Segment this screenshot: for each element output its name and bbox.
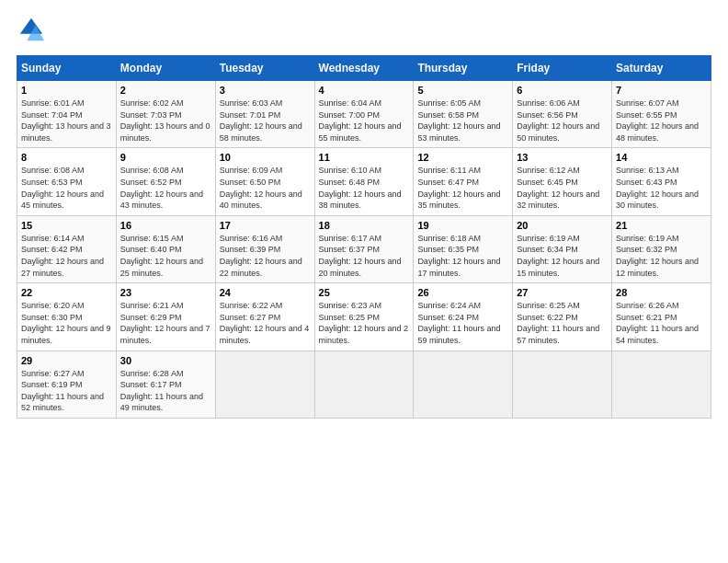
day-number: 18 [319, 220, 410, 231]
calendar-cell: 22 Sunrise: 6:20 AMSunset: 6:30 PMDaylig… [17, 283, 117, 350]
day-number: 9 [120, 152, 211, 163]
day-number: 16 [120, 220, 211, 231]
day-info: Sunrise: 6:17 AMSunset: 6:37 PMDaylight:… [319, 233, 410, 279]
calendar-cell: 24 Sunrise: 6:22 AMSunset: 6:27 PMDaylig… [215, 283, 314, 350]
day-info: Sunrise: 6:05 AMSunset: 6:58 PMDaylight:… [417, 98, 508, 144]
calendar-cell [612, 350, 711, 418]
calendar: SundayMondayTuesdayWednesdayThursdayFrid… [17, 55, 711, 419]
calendar-cell: 28 Sunrise: 6:26 AMSunset: 6:21 PMDaylig… [612, 283, 711, 350]
day-number: 6 [517, 85, 608, 96]
day-info: Sunrise: 6:11 AMSunset: 6:47 PMDaylight:… [417, 165, 508, 211]
day-info: Sunrise: 6:09 AMSunset: 6:50 PMDaylight:… [220, 165, 311, 211]
week-row-5: 29 Sunrise: 6:27 AMSunset: 6:19 PMDaylig… [17, 350, 711, 418]
day-number: 30 [120, 355, 211, 366]
week-row-4: 22 Sunrise: 6:20 AMSunset: 6:30 PMDaylig… [17, 283, 711, 350]
day-info: Sunrise: 6:06 AMSunset: 6:56 PMDaylight:… [517, 98, 608, 144]
day-number: 1 [21, 85, 112, 96]
weekday-header-friday: Friday [513, 56, 612, 81]
day-number: 26 [417, 287, 508, 298]
calendar-cell: 15 Sunrise: 6:14 AMSunset: 6:42 PMDaylig… [17, 215, 117, 282]
day-number: 10 [220, 152, 311, 163]
calendar-cell: 9 Sunrise: 6:08 AMSunset: 6:52 PMDayligh… [116, 148, 215, 215]
day-info: Sunrise: 6:02 AMSunset: 7:03 PMDaylight:… [120, 98, 211, 144]
calendar-cell: 23 Sunrise: 6:21 AMSunset: 6:29 PMDaylig… [116, 283, 215, 350]
calendar-cell: 16 Sunrise: 6:15 AMSunset: 6:40 PMDaylig… [116, 215, 215, 282]
day-info: Sunrise: 6:08 AMSunset: 6:52 PMDaylight:… [120, 165, 211, 211]
calendar-cell: 3 Sunrise: 6:03 AMSunset: 7:01 PMDayligh… [215, 81, 314, 148]
day-info: Sunrise: 6:21 AMSunset: 6:29 PMDaylight:… [120, 300, 211, 346]
day-number: 4 [319, 85, 410, 96]
day-number: 27 [517, 287, 608, 298]
day-info: Sunrise: 6:10 AMSunset: 6:48 PMDaylight:… [319, 165, 410, 211]
day-info: Sunrise: 6:20 AMSunset: 6:30 PMDaylight:… [21, 300, 112, 346]
day-info: Sunrise: 6:19 AMSunset: 6:32 PMDaylight:… [616, 233, 707, 279]
calendar-cell: 11 Sunrise: 6:10 AMSunset: 6:48 PMDaylig… [314, 148, 414, 215]
day-info: Sunrise: 6:08 AMSunset: 6:53 PMDaylight:… [21, 165, 112, 211]
day-number: 21 [616, 220, 707, 231]
calendar-cell: 29 Sunrise: 6:27 AMSunset: 6:19 PMDaylig… [17, 350, 117, 418]
day-info: Sunrise: 6:27 AMSunset: 6:19 PMDaylight:… [21, 368, 112, 414]
weekday-header-saturday: Saturday [612, 56, 711, 81]
calendar-cell: 10 Sunrise: 6:09 AMSunset: 6:50 PMDaylig… [215, 148, 314, 215]
calendar-cell: 27 Sunrise: 6:25 AMSunset: 6:22 PMDaylig… [513, 283, 612, 350]
day-number: 13 [517, 152, 608, 163]
weekday-header-wednesday: Wednesday [314, 56, 414, 81]
day-info: Sunrise: 6:25 AMSunset: 6:22 PMDaylight:… [517, 300, 608, 346]
day-number: 28 [616, 287, 707, 298]
calendar-cell: 19 Sunrise: 6:18 AMSunset: 6:35 PMDaylig… [414, 215, 513, 282]
calendar-cell: 12 Sunrise: 6:11 AMSunset: 6:47 PMDaylig… [414, 148, 513, 215]
calendar-cell: 5 Sunrise: 6:05 AMSunset: 6:58 PMDayligh… [414, 81, 513, 148]
day-info: Sunrise: 6:22 AMSunset: 6:27 PMDaylight:… [220, 300, 311, 346]
day-number: 8 [21, 152, 112, 163]
day-number: 22 [21, 287, 112, 298]
calendar-cell: 2 Sunrise: 6:02 AMSunset: 7:03 PMDayligh… [116, 81, 215, 148]
day-number: 17 [220, 220, 311, 231]
week-row-2: 8 Sunrise: 6:08 AMSunset: 6:53 PMDayligh… [17, 148, 711, 215]
calendar-cell: 7 Sunrise: 6:07 AMSunset: 6:55 PMDayligh… [612, 81, 711, 148]
day-number: 19 [417, 220, 508, 231]
day-number: 3 [220, 85, 311, 96]
calendar-cell: 18 Sunrise: 6:17 AMSunset: 6:37 PMDaylig… [314, 215, 414, 282]
week-row-3: 15 Sunrise: 6:14 AMSunset: 6:42 PMDaylig… [17, 215, 711, 282]
day-info: Sunrise: 6:28 AMSunset: 6:17 PMDaylight:… [120, 368, 211, 414]
calendar-cell: 20 Sunrise: 6:19 AMSunset: 6:34 PMDaylig… [513, 215, 612, 282]
day-number: 14 [616, 152, 707, 163]
calendar-cell: 30 Sunrise: 6:28 AMSunset: 6:17 PMDaylig… [116, 350, 215, 418]
day-number: 7 [616, 85, 707, 96]
day-number: 2 [120, 85, 211, 96]
svg-marker-0 [20, 18, 42, 34]
header [17, 17, 711, 46]
logo [17, 17, 48, 46]
calendar-cell: 25 Sunrise: 6:23 AMSunset: 6:25 PMDaylig… [314, 283, 414, 350]
day-number: 11 [319, 152, 410, 163]
day-info: Sunrise: 6:24 AMSunset: 6:24 PMDaylight:… [417, 300, 508, 346]
day-info: Sunrise: 6:07 AMSunset: 6:55 PMDaylight:… [616, 98, 707, 144]
day-info: Sunrise: 6:13 AMSunset: 6:43 PMDaylight:… [616, 165, 707, 211]
day-info: Sunrise: 6:19 AMSunset: 6:34 PMDaylight:… [517, 233, 608, 279]
weekday-header-thursday: Thursday [414, 56, 513, 81]
weekday-header-monday: Monday [116, 56, 215, 81]
calendar-cell: 17 Sunrise: 6:16 AMSunset: 6:39 PMDaylig… [215, 215, 314, 282]
day-number: 12 [417, 152, 508, 163]
calendar-cell [314, 350, 414, 418]
day-number: 25 [319, 287, 410, 298]
calendar-cell [414, 350, 513, 418]
day-info: Sunrise: 6:15 AMSunset: 6:40 PMDaylight:… [120, 233, 211, 279]
day-info: Sunrise: 6:12 AMSunset: 6:45 PMDaylight:… [517, 165, 608, 211]
day-number: 23 [120, 287, 211, 298]
day-info: Sunrise: 6:04 AMSunset: 7:00 PMDaylight:… [319, 98, 410, 144]
day-number: 5 [417, 85, 508, 96]
day-number: 15 [21, 220, 112, 231]
day-number: 20 [517, 220, 608, 231]
day-info: Sunrise: 6:03 AMSunset: 7:01 PMDaylight:… [220, 98, 311, 144]
day-info: Sunrise: 6:23 AMSunset: 6:25 PMDaylight:… [319, 300, 410, 346]
calendar-cell: 8 Sunrise: 6:08 AMSunset: 6:53 PMDayligh… [17, 148, 117, 215]
calendar-cell: 21 Sunrise: 6:19 AMSunset: 6:32 PMDaylig… [612, 215, 711, 282]
calendar-cell: 14 Sunrise: 6:13 AMSunset: 6:43 PMDaylig… [612, 148, 711, 215]
day-number: 29 [21, 355, 112, 366]
calendar-cell: 26 Sunrise: 6:24 AMSunset: 6:24 PMDaylig… [414, 283, 513, 350]
day-info: Sunrise: 6:18 AMSunset: 6:35 PMDaylight:… [417, 233, 508, 279]
calendar-cell: 1 Sunrise: 6:01 AMSunset: 7:04 PMDayligh… [17, 81, 117, 148]
calendar-cell: 4 Sunrise: 6:04 AMSunset: 7:00 PMDayligh… [314, 81, 414, 148]
calendar-cell [513, 350, 612, 418]
